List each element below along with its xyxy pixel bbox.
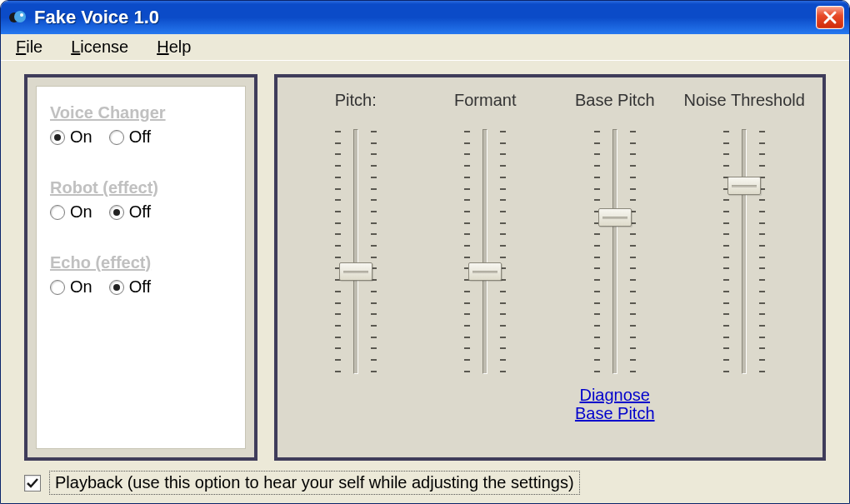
radio-icon	[50, 205, 65, 220]
check-icon	[26, 477, 39, 490]
noise-threshold-slider[interactable]	[719, 122, 769, 381]
svg-point-1	[14, 11, 26, 22]
app-icon	[8, 7, 28, 27]
panels: Voice Changer On Off	[24, 74, 826, 461]
window-title: Fake Voice 1.0	[34, 7, 816, 28]
formant-slider[interactable]	[460, 122, 510, 381]
client-area: Voice Changer On Off	[1, 61, 849, 503]
voice-changer-label: Voice Changer	[50, 103, 232, 122]
formant-label: Formant	[454, 91, 516, 112]
menu-help[interactable]: Help	[150, 36, 198, 58]
diagnose-base-pitch-link[interactable]: Diagnose Base Pitch	[575, 386, 655, 422]
menu-file[interactable]: File	[9, 36, 49, 58]
robot-label: Robot (effect)	[50, 178, 232, 197]
noise-threshold-thumb[interactable]	[728, 177, 761, 195]
voice-changer-off[interactable]: Off	[109, 127, 151, 147]
radio-icon	[50, 280, 65, 295]
robot-group: Robot (effect) On Off	[50, 178, 232, 222]
echo-off[interactable]: Off	[109, 277, 151, 297]
echo-label: Echo (effect)	[50, 253, 232, 272]
svg-point-2	[20, 13, 23, 17]
radio-icon	[50, 130, 65, 145]
voice-changer-group: Voice Changer On Off	[50, 103, 232, 147]
robot-off[interactable]: Off	[109, 202, 151, 222]
effects-panel: Voice Changer On Off	[24, 74, 258, 461]
base-pitch-thumb[interactable]	[598, 208, 632, 227]
pitch-label: Pitch:	[335, 91, 377, 112]
formant-slider-col: Formant	[422, 91, 548, 449]
radio-icon	[109, 280, 124, 295]
playback-row: Playback (use this option to hear your s…	[24, 471, 826, 495]
noise-threshold-label: Noise Threshold	[684, 91, 805, 112]
base-pitch-label: Base Pitch	[575, 91, 655, 112]
echo-group: Echo (effect) On Off	[50, 253, 232, 297]
radio-icon	[109, 130, 124, 145]
titlebar: Fake Voice 1.0	[1, 1, 849, 34]
base-pitch-slider[interactable]	[590, 122, 640, 381]
close-icon	[822, 10, 838, 25]
menu-license[interactable]: License	[64, 36, 135, 58]
pitch-thumb[interactable]	[339, 262, 372, 281]
echo-on[interactable]: On	[50, 277, 92, 297]
voice-changer-on[interactable]: On	[50, 127, 92, 147]
noise-threshold-slider-col: Noise Threshold	[682, 91, 807, 449]
base-pitch-slider-col: Base Pitch Diagnose Base Pitch	[552, 91, 678, 449]
sliders-panel: Pitch: Formant	[274, 74, 826, 461]
effects-panel-inner: Voice Changer On Off	[36, 86, 246, 449]
pitch-slider[interactable]	[331, 122, 381, 381]
radio-icon	[109, 205, 124, 220]
sliders-row: Pitch: Formant	[291, 91, 809, 449]
close-button[interactable]	[816, 6, 844, 29]
menubar: File License Help	[1, 34, 849, 61]
formant-thumb[interactable]	[468, 262, 502, 281]
playback-label: Playback (use this option to hear your s…	[49, 471, 580, 495]
playback-checkbox[interactable]	[24, 475, 41, 492]
pitch-slider-col: Pitch:	[293, 91, 418, 449]
app-window: Fake Voice 1.0 File License Help Voice C…	[0, 0, 850, 504]
robot-on[interactable]: On	[50, 202, 92, 222]
